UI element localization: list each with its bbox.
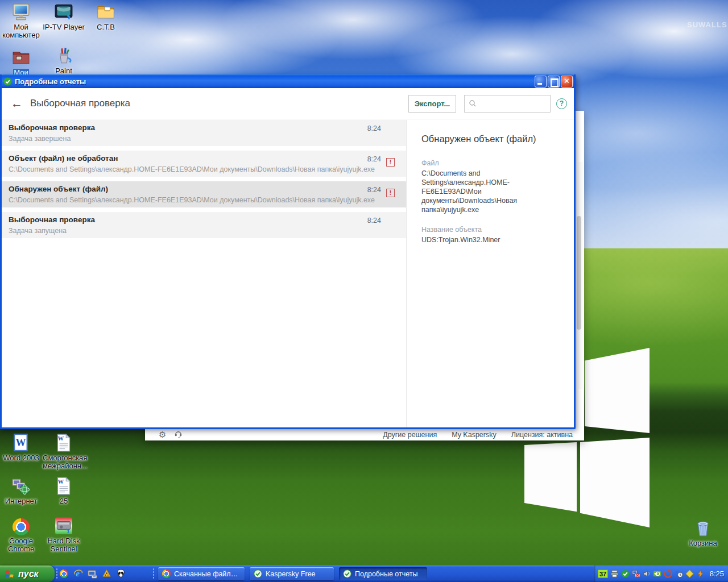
hdd-sentinel-tray-icon[interactable] bbox=[685, 569, 694, 579]
kaspersky-shield-icon bbox=[254, 569, 262, 578]
back-arrow-icon[interactable]: ← bbox=[11, 97, 26, 110]
kaspersky-app-icon bbox=[3, 77, 12, 86]
download-manager-tray-icon[interactable] bbox=[696, 569, 705, 579]
desktop-icon-my-computer[interactable]: Мой компьютер bbox=[0, 1, 43, 39]
desktop-icon-google-chrome[interactable]: Google Chrome bbox=[0, 515, 43, 553]
desktop-icon-word-document-25[interactable]: W 25 bbox=[42, 475, 85, 505]
event-time: 8:24 bbox=[367, 186, 381, 194]
kaspersky-tray-icon[interactable] bbox=[621, 569, 630, 579]
hdd-sentinel-icon bbox=[42, 515, 85, 535]
report-event-list: Выборочная проверка Задача завершена 8:2… bbox=[2, 120, 406, 243]
report-row[interactable]: Выборочная проверка Задача запущена 8:24 bbox=[2, 212, 406, 238]
wallpaper-windows-logo-pane bbox=[524, 442, 577, 514]
footer-link-other-solutions[interactable]: Другие решения bbox=[383, 431, 437, 439]
folder-icon bbox=[84, 1, 127, 22]
word-document-icon: W bbox=[42, 432, 85, 452]
desktop-icon-hard-disk-sentinel[interactable]: Hard Disk Sentinel bbox=[42, 515, 85, 553]
desktop-icon-iptv-player[interactable]: IP-TV Player bbox=[42, 1, 85, 31]
toolbar-grip[interactable] bbox=[56, 568, 58, 580]
printer-tray-icon[interactable] bbox=[610, 569, 619, 579]
taskbar: пуск e Скачанные файлы - ... Kaspersky F… bbox=[0, 566, 728, 582]
page-title: Выборочная проверка bbox=[30, 98, 130, 109]
kaspersky-shield-icon bbox=[343, 569, 351, 578]
desktop-icon-word-document[interactable]: W Сморгонская межрайонн... bbox=[42, 432, 85, 470]
internet-icon bbox=[0, 475, 43, 496]
taskbar-button-kaspersky[interactable]: Kaspersky Free bbox=[250, 567, 334, 580]
start-button[interactable]: пуск bbox=[0, 566, 55, 582]
footer-link-my-kaspersky[interactable]: My Kaspersky bbox=[452, 431, 497, 439]
desktop-icon-stv-folder[interactable]: С.Т.В bbox=[84, 1, 127, 31]
detail-object-label: Название объекта bbox=[421, 226, 561, 234]
window-title: Подробные отчеты bbox=[15, 77, 533, 86]
pizza-app-icon[interactable] bbox=[102, 569, 111, 579]
svg-text:W: W bbox=[57, 479, 64, 485]
chrome-icon bbox=[162, 569, 171, 578]
alert-badge-icon: ! bbox=[386, 189, 395, 197]
settings-gear-icon[interactable]: ⚙ bbox=[159, 430, 166, 439]
minimize-button[interactable] bbox=[535, 76, 547, 88]
paint-icon bbox=[42, 45, 85, 65]
volume-tray-icon[interactable] bbox=[642, 569, 651, 579]
window-titlebar[interactable]: Подробные отчеты bbox=[0, 74, 576, 88]
wallpaper-watermark: SUWALLS bbox=[687, 20, 727, 29]
nvidia-tray-icon[interactable] bbox=[653, 569, 662, 579]
support-headset-icon[interactable] bbox=[174, 430, 183, 440]
taskbar-button-reports[interactable]: Подробные отчеты bbox=[339, 567, 427, 580]
desktop-icon-word-2003[interactable]: W Word 2003 bbox=[0, 432, 43, 462]
taskbar-buttons: Скачанные файлы - ... Kaspersky Free Под… bbox=[158, 567, 427, 580]
wallpaper-windows-logo-pane bbox=[585, 348, 650, 433]
detail-heading: Обнаружен объект (файл) bbox=[421, 134, 561, 144]
report-row[interactable]: Выборочная проверка Задача завершена 8:2… bbox=[2, 120, 406, 146]
desktop-icon-paint[interactable]: Paint bbox=[42, 45, 85, 75]
event-detail-panel: Обнаружен объект (файл) Файл C:\Document… bbox=[407, 120, 574, 427]
updater-tray-icon[interactable] bbox=[664, 569, 673, 579]
report-window-body: ← Выборочная проверка Экспорт... ? Выбор… bbox=[2, 88, 574, 427]
desktop-icon-recycle-bin[interactable]: Корзина bbox=[681, 517, 725, 547]
report-row[interactable]: Объект (файл) не обработан C:\Documents … bbox=[2, 151, 406, 177]
iptv-player-icon bbox=[42, 1, 85, 22]
alien-app-icon[interactable] bbox=[116, 569, 126, 579]
report-row-selected[interactable]: Обнаружен объект (файл) C:\Documents and… bbox=[2, 181, 406, 207]
desktop-icon-moi-folder[interactable]: Мои bbox=[0, 47, 43, 77]
start-label: пуск bbox=[18, 569, 39, 579]
close-button[interactable] bbox=[561, 76, 573, 88]
my-computer-icon bbox=[0, 1, 43, 22]
toolbar-grip[interactable] bbox=[152, 568, 155, 580]
detail-scrollbar-thumb[interactable] bbox=[577, 216, 581, 330]
event-time: 8:24 bbox=[367, 217, 381, 225]
chrome-icon bbox=[0, 515, 43, 535]
event-time: 8:24 bbox=[367, 124, 381, 132]
detailed-reports-window: Подробные отчеты ← Выборочная проверка Э… bbox=[0, 74, 576, 429]
detail-object-value: UDS:Trojan.Win32.Miner bbox=[421, 235, 561, 244]
word-document-icon: W bbox=[42, 475, 85, 496]
detail-file-path: C:\Documents and Settings\александр.HOME… bbox=[421, 169, 561, 214]
quick-launch-bar: e bbox=[59, 566, 126, 582]
system-tray: 37 5 8:25 bbox=[594, 566, 728, 582]
internet-explorer-icon[interactable]: e bbox=[73, 569, 83, 579]
svg-text:W: W bbox=[57, 435, 64, 442]
search-icon bbox=[465, 99, 479, 107]
footer-license-status[interactable]: Лицензия: активна bbox=[511, 431, 573, 439]
export-button[interactable]: Экспорт... bbox=[408, 95, 456, 113]
scheduler-tray-icon[interactable]: 5 bbox=[675, 569, 684, 579]
taskbar-button-downloads[interactable]: Скачанные файлы - ... bbox=[158, 567, 245, 580]
chrome-quicklaunch-icon[interactable] bbox=[59, 569, 69, 579]
help-icon[interactable]: ? bbox=[556, 98, 567, 109]
detail-scrollbar-track[interactable] bbox=[578, 162, 583, 389]
wallpaper-windows-logo-pane bbox=[580, 438, 650, 527]
maximize-button[interactable] bbox=[548, 76, 560, 88]
windows-flag-icon bbox=[5, 568, 15, 579]
recycle-bin-icon bbox=[681, 517, 725, 538]
search-input[interactable] bbox=[479, 99, 550, 107]
svg-text:W: W bbox=[15, 437, 26, 448]
report-header: ← Выборочная проверка Экспорт... ? bbox=[2, 88, 574, 119]
detail-file-label: Файл bbox=[421, 159, 561, 167]
network-error-tray-icon[interactable] bbox=[631, 569, 640, 579]
show-desktop-icon[interactable] bbox=[88, 569, 97, 579]
taskbar-clock[interactable]: 8:25 bbox=[710, 569, 724, 578]
desktop-icon-internet[interactable]: Интернет bbox=[0, 475, 43, 505]
kaspersky-footer: ⚙ Другие решения My Kaspersky Лицензия: … bbox=[145, 429, 584, 440]
temperature-tray-icon[interactable]: 37 bbox=[598, 569, 608, 578]
search-box[interactable] bbox=[464, 95, 551, 113]
word-icon: W bbox=[0, 432, 43, 452]
